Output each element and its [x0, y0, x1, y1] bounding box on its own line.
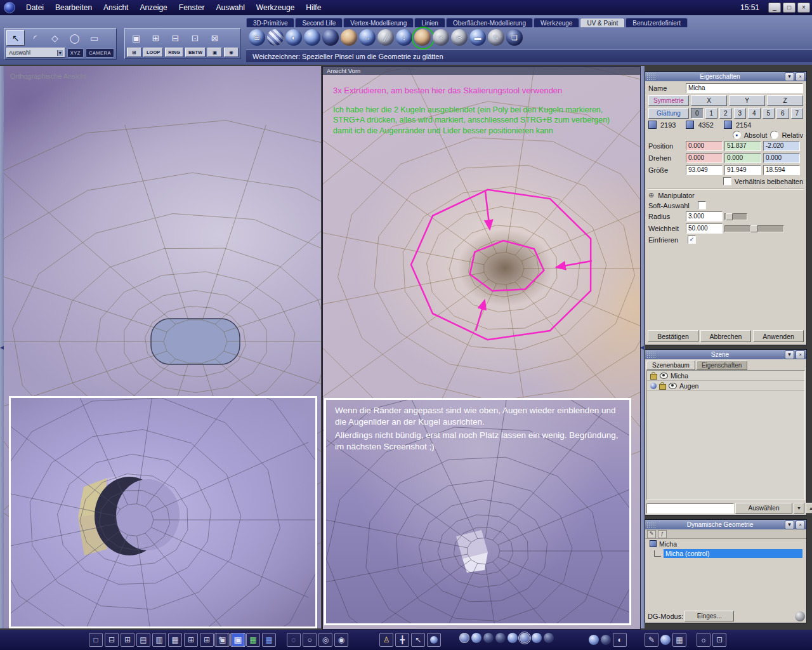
tree-row-micha[interactable]: Micha: [647, 371, 804, 381]
selection-mode-dropdown[interactable]: Auswahl ▾: [6, 48, 65, 58]
panel-collapse-icon[interactable]: ▼: [785, 72, 794, 81]
half-shade-icon[interactable]: [613, 633, 627, 647]
focus-icon[interactable]: [334, 633, 348, 647]
grid-view-icon[interactable]: [168, 633, 182, 647]
position-y-field[interactable]: 51.837: [724, 141, 761, 151]
fill-select-icon[interactable]: ▣: [207, 48, 222, 57]
scene-filter-input[interactable]: [646, 503, 734, 514]
menu-item-anzeige[interactable]: Anzeige: [134, 3, 173, 12]
menu-item-werkzeuge[interactable]: Werkzeuge: [251, 3, 300, 12]
needle-tool-icon[interactable]: ╱: [377, 29, 394, 46]
smooth-display-icon[interactable]: [508, 633, 518, 643]
quad-view-icon[interactable]: [121, 633, 134, 647]
panel-grip-icon[interactable]: [646, 351, 655, 358]
ring-select-tool-icon[interactable]: [206, 30, 224, 46]
move-icon[interactable]: [395, 633, 409, 647]
panel-close-icon[interactable]: ×: [796, 350, 805, 359]
softness-slider[interactable]: [724, 225, 784, 232]
size-z-field[interactable]: 18.594: [763, 165, 800, 175]
panel-grip-icon[interactable]: [646, 521, 655, 528]
selected-tree-item[interactable]: Micha (control): [664, 549, 802, 558]
half-display-icon[interactable]: [532, 633, 542, 643]
menu-item-auswahl[interactable]: Auswahl: [210, 3, 250, 12]
smoothing-level-6[interactable]: 6: [776, 108, 789, 119]
zoom-icon[interactable]: [318, 633, 332, 647]
lasso-tool-icon[interactable]: [26, 30, 44, 46]
panel-collapse-icon[interactable]: ▼: [785, 521, 794, 529]
material-sphere-icon[interactable]: [589, 635, 599, 645]
layout-b-icon[interactable]: [200, 633, 214, 647]
absolute-radio[interactable]: ●: [733, 131, 741, 139]
pattern-select-icon[interactable]: ⊞: [127, 48, 141, 57]
select-cursor-tool-icon[interactable]: [6, 30, 25, 46]
scroll-up-button[interactable]: ▲: [806, 503, 812, 514]
name-field[interactable]: Micha: [686, 83, 803, 93]
symmetry-y-button[interactable]: Y: [729, 95, 765, 106]
relative-radio[interactable]: [770, 131, 778, 139]
tab-surface-modelling[interactable]: Oberflächen-Modellierung: [446, 18, 533, 27]
flatten-tool-icon[interactable]: ▬: [469, 29, 486, 46]
tab-scene-eigenschaften[interactable]: Eigenschaften: [696, 361, 747, 370]
size-x-field[interactable]: 93.049: [686, 165, 723, 175]
textured-display-icon[interactable]: [520, 633, 530, 643]
oval-select-tool-icon[interactable]: [65, 30, 84, 46]
visibility-eye-icon[interactable]: [660, 373, 668, 379]
edge-select-tool-icon[interactable]: [127, 30, 145, 46]
knife-tool-icon[interactable]: ✂: [451, 29, 468, 46]
texture-grid-icon[interactable]: [230, 633, 244, 647]
tab-3d-primitive[interactable]: 3D-Primitive: [246, 18, 294, 27]
matcap-sphere-icon[interactable]: [601, 635, 611, 645]
checker-sphere-tool-icon[interactable]: [267, 29, 284, 46]
tab-werkzeuge[interactable]: Werkzeuge: [534, 18, 579, 27]
tree-row-micha-control[interactable]: Micha (control): [646, 548, 805, 558]
light-icon[interactable]: [697, 633, 710, 647]
rotation-y-field[interactable]: 0.000: [724, 153, 761, 163]
tab-uv-paint[interactable]: UV & Paint: [580, 18, 625, 27]
ring-button[interactable]: RING: [165, 48, 183, 57]
smoothing-level-4[interactable]: 4: [748, 108, 761, 119]
keep-ratio-checkbox[interactable]: [723, 177, 731, 185]
properties-title-bar[interactable]: Eigenschaften ▼ ×: [645, 72, 806, 81]
smoothing-level-2[interactable]: 2: [719, 108, 732, 119]
annotate-pen-icon[interactable]: [214, 633, 228, 647]
menu-item-ansicht[interactable]: Ansicht: [98, 3, 134, 12]
minimize-button[interactable]: _: [768, 3, 781, 13]
loop-button[interactable]: LOOP: [143, 48, 163, 57]
panel-close-icon[interactable]: ×: [796, 72, 805, 81]
freeze-checkbox[interactable]: ✓: [688, 235, 696, 244]
rect-select-tool-icon[interactable]: [85, 30, 103, 46]
symmetry-button[interactable]: Symmetrie: [648, 95, 689, 106]
panel-close-icon[interactable]: ×: [796, 521, 805, 529]
copy-geometry-tool-icon[interactable]: ❏: [506, 29, 523, 46]
figure-icon[interactable]: [379, 633, 393, 647]
xyz-button[interactable]: XYZ: [67, 48, 84, 58]
layout-a-icon[interactable]: [184, 633, 198, 647]
tree-row-augen[interactable]: Augen: [647, 381, 804, 391]
lock-icon[interactable]: [659, 384, 666, 390]
carve-tool-icon[interactable]: ✎: [488, 29, 504, 46]
panel-grip-icon[interactable]: [646, 73, 655, 80]
scene-title-bar[interactable]: Szene ▼ ×: [645, 350, 806, 359]
rotation-z-field[interactable]: 0.000: [763, 153, 800, 163]
flat-display-icon[interactable]: [483, 633, 494, 643]
tree-row-micha-root[interactable]: Micha: [646, 539, 805, 548]
smoothing-level-7[interactable]: 7: [791, 108, 804, 119]
select-by-name-button[interactable]: Auswählen: [735, 503, 792, 514]
size-y-field[interactable]: 91.949: [724, 165, 761, 175]
menu-item-hilfe[interactable]: Hilfe: [300, 3, 327, 12]
dark-sphere-tool-icon[interactable]: [322, 29, 339, 46]
soft-selection-checkbox[interactable]: [698, 201, 706, 209]
rows-view-icon[interactable]: [136, 633, 150, 647]
lock-icon[interactable]: [650, 374, 657, 380]
pinch-tool-icon[interactable]: ↔: [359, 29, 376, 46]
grow-selection-tool-icon[interactable]: [147, 30, 165, 46]
orbit-icon[interactable]: [303, 633, 317, 647]
smoothing-level-0[interactable]: 0: [691, 108, 704, 119]
erase-tool-icon[interactable]: ×: [433, 29, 449, 46]
cancel-button[interactable]: Abbrechen: [700, 330, 751, 342]
smoothing-level-1[interactable]: 1: [705, 108, 718, 119]
marquee-icon[interactable]: [287, 633, 301, 647]
visibility-eye-icon[interactable]: [669, 383, 677, 389]
shrink-selection-tool-icon[interactable]: [166, 30, 185, 46]
dyn-geometry-title-bar[interactable]: Dynamische Geometrie ▼ ×: [645, 520, 806, 529]
